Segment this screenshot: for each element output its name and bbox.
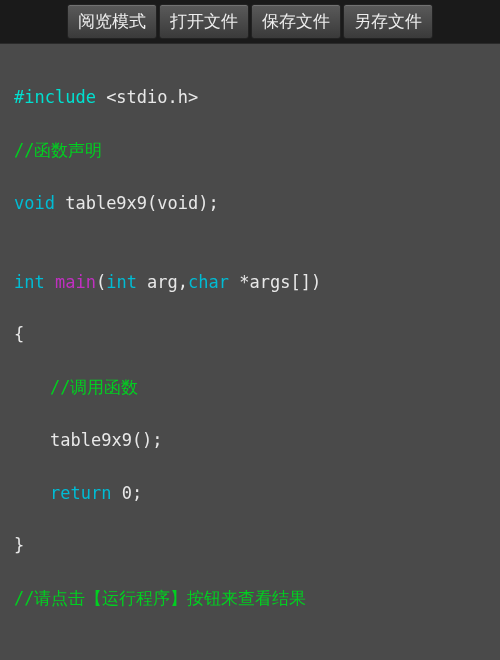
code-line: //函数声明	[14, 137, 486, 163]
app-window: 阅览模式 打开文件 保存文件 另存文件 #include <stdio.h> /…	[0, 0, 500, 660]
code-line: }	[14, 532, 486, 558]
code-line: {	[14, 321, 486, 347]
code-editor[interactable]: #include <stdio.h> //函数声明 void table9x9(…	[0, 43, 500, 660]
code-line: //请点击【运行程序】按钮来查看结果	[14, 585, 486, 611]
code-line: //调用函数	[14, 374, 486, 400]
toolbar: 阅览模式 打开文件 保存文件 另存文件	[0, 0, 500, 43]
code-line: table9x9();	[14, 427, 486, 453]
code-line: #include <stdio.h>	[14, 84, 486, 110]
code-line: void table9x9(void);	[14, 190, 486, 216]
save-as-button[interactable]: 另存文件	[343, 4, 433, 39]
open-file-button[interactable]: 打开文件	[159, 4, 249, 39]
code-line: return 0;	[14, 480, 486, 506]
view-mode-button[interactable]: 阅览模式	[67, 4, 157, 39]
save-file-button[interactable]: 保存文件	[251, 4, 341, 39]
code-line: int main(int arg,char *args[])	[14, 269, 486, 295]
